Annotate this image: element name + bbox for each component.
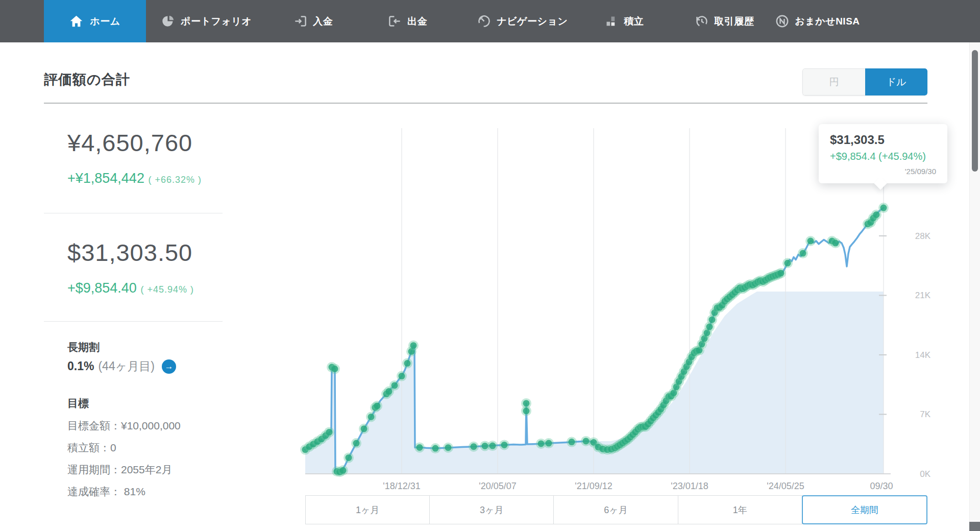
tooltip-change: +$9,854.4 (+45.94%)	[830, 151, 936, 162]
chart-ylabel: 0K	[920, 469, 930, 479]
deposit-dot	[778, 270, 785, 276]
scrollbar-thumb[interactable]	[972, 50, 978, 172]
chart-xlabel: '24/05/25	[767, 481, 804, 491]
chart-ylabel: 7K	[920, 409, 930, 419]
deposit-dot	[340, 467, 347, 474]
deposit-dot	[832, 240, 839, 247]
deposit-dot	[482, 443, 488, 449]
deposit-dot	[501, 442, 508, 448]
deposit-dot	[326, 429, 333, 436]
chart-xlabel: '18/12/31	[383, 481, 421, 491]
deposit-dot	[489, 443, 496, 449]
chart-xlabel: '20/05/07	[479, 481, 517, 491]
deposit-dot	[353, 440, 360, 447]
tooltip-value: $31,303.5	[830, 133, 936, 147]
deposit-dot	[471, 443, 477, 450]
deposit-dot	[404, 360, 411, 367]
tooltip-date: '25/09/30	[830, 167, 936, 176]
range-selector: 1ヶ月 3ヶ月 6ヶ月 1年 全期間	[305, 495, 927, 524]
deposit-dot	[523, 400, 530, 406]
chart-ylabel: 14K	[915, 350, 931, 360]
deposit-dot	[785, 260, 791, 267]
deposit-dot	[445, 444, 452, 451]
chart-ylabel: 21K	[915, 291, 931, 300]
chart-xlabel: '23/01/18	[671, 481, 708, 491]
range-1year-button[interactable]: 1年	[678, 495, 802, 524]
range-1month-button[interactable]: 1ヶ月	[305, 495, 430, 524]
deposit-dot	[368, 414, 375, 420]
deposit-dot	[410, 342, 417, 349]
range-6month-button[interactable]: 6ヶ月	[553, 495, 678, 524]
range-all-button[interactable]: 全期間	[802, 495, 927, 524]
deposit-dot	[873, 211, 880, 218]
deposit-dot	[583, 438, 590, 444]
chart-tooltip: $31,303.5 +$9,854.4 (+45.94%) '25/09/30	[819, 124, 947, 183]
deposit-dot	[546, 440, 552, 447]
deposit-dot	[800, 250, 806, 257]
chart-xlabel: 09/30	[870, 481, 893, 491]
deposit-dot	[399, 373, 405, 379]
deposit-dot	[538, 440, 545, 447]
deposit-dot	[416, 444, 423, 451]
deposit-dot	[807, 238, 814, 245]
deposit-dot	[432, 445, 439, 452]
deposit-dot	[332, 366, 338, 372]
deposit-dot	[391, 382, 398, 389]
deposit-dot	[569, 439, 575, 445]
scrollbar-down-button[interactable]	[969, 522, 980, 531]
deposit-dot	[374, 402, 381, 409]
deposit-dot	[880, 205, 887, 211]
range-3month-button[interactable]: 3ヶ月	[429, 495, 554, 524]
chart-svg[interactable]: 28K21K14K7K0K'18/12/31'20/05/07'21/09/12…	[0, 0, 980, 531]
deposit-dot	[361, 425, 368, 432]
deposit-dot	[523, 407, 530, 414]
chart-ylabel: 28K	[915, 231, 931, 241]
chart-xlabel: '21/09/12	[575, 481, 612, 491]
deposit-dot	[346, 454, 352, 461]
